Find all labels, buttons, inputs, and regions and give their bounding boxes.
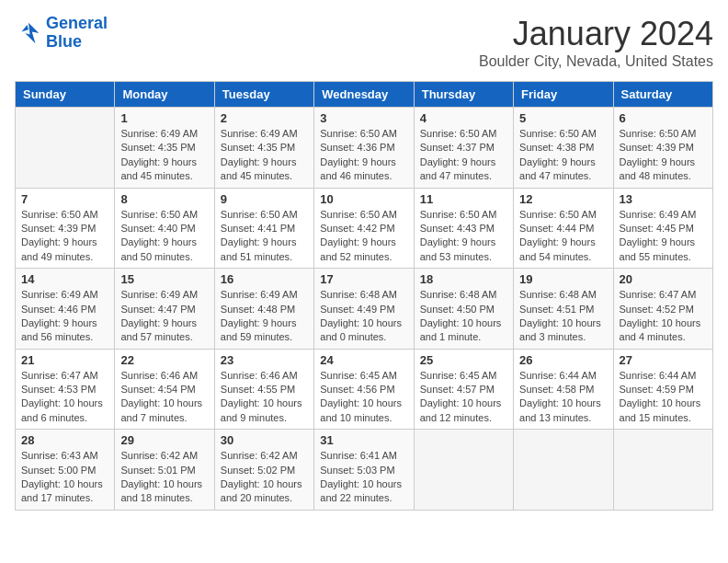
day-info: Sunrise: 6:48 AM Sunset: 4:49 PM Dayligh… bbox=[320, 288, 407, 345]
day-number: 31 bbox=[320, 433, 407, 447]
svg-marker-1 bbox=[22, 25, 29, 32]
day-info: Sunrise: 6:49 AM Sunset: 4:35 PM Dayligh… bbox=[120, 127, 208, 184]
day-of-week-header: Wednesday bbox=[314, 82, 414, 108]
day-number: 25 bbox=[420, 353, 507, 367]
day-number: 14 bbox=[21, 272, 108, 286]
day-info: Sunrise: 6:50 AM Sunset: 4:42 PM Dayligh… bbox=[320, 208, 407, 265]
day-info: Sunrise: 6:50 AM Sunset: 4:44 PM Dayligh… bbox=[519, 208, 607, 265]
day-info: Sunrise: 6:46 AM Sunset: 4:55 PM Dayligh… bbox=[221, 369, 308, 426]
calendar-cell: 25Sunrise: 6:45 AM Sunset: 4:57 PM Dayli… bbox=[414, 349, 513, 430]
day-info: Sunrise: 6:42 AM Sunset: 5:02 PM Dayligh… bbox=[221, 449, 308, 506]
calendar-cell bbox=[16, 108, 115, 189]
calendar-subtitle: Boulder City, Nevada, United States bbox=[479, 53, 713, 70]
day-number: 29 bbox=[120, 433, 208, 447]
day-number: 16 bbox=[221, 272, 308, 286]
calendar-cell: 10Sunrise: 6:50 AM Sunset: 4:42 PM Dayli… bbox=[314, 188, 414, 269]
day-number: 28 bbox=[21, 433, 108, 447]
day-number: 24 bbox=[320, 353, 407, 367]
calendar-week-row: 21Sunrise: 6:47 AM Sunset: 4:53 PM Dayli… bbox=[16, 349, 713, 430]
day-number: 5 bbox=[519, 111, 607, 125]
calendar-cell: 20Sunrise: 6:47 AM Sunset: 4:52 PM Dayli… bbox=[613, 269, 712, 350]
day-number: 3 bbox=[320, 111, 407, 125]
day-number: 15 bbox=[120, 272, 208, 286]
calendar-week-row: 7Sunrise: 6:50 AM Sunset: 4:39 PM Daylig… bbox=[16, 188, 713, 269]
calendar-cell: 28Sunrise: 6:43 AM Sunset: 5:00 PM Dayli… bbox=[16, 430, 115, 511]
day-number: 8 bbox=[120, 192, 208, 206]
day-info: Sunrise: 6:49 AM Sunset: 4:46 PM Dayligh… bbox=[21, 288, 108, 345]
calendar-cell: 27Sunrise: 6:44 AM Sunset: 4:59 PM Dayli… bbox=[613, 349, 712, 430]
calendar-cell: 21Sunrise: 6:47 AM Sunset: 4:53 PM Dayli… bbox=[16, 349, 115, 430]
day-info: Sunrise: 6:50 AM Sunset: 4:41 PM Dayligh… bbox=[221, 208, 308, 265]
title-area: January 2024 Boulder City, Nevada, Unite… bbox=[479, 15, 713, 70]
day-number: 1 bbox=[120, 111, 208, 125]
day-info: Sunrise: 6:41 AM Sunset: 5:03 PM Dayligh… bbox=[320, 449, 407, 506]
calendar-cell: 1Sunrise: 6:49 AM Sunset: 4:35 PM Daylig… bbox=[115, 108, 214, 189]
calendar-cell: 7Sunrise: 6:50 AM Sunset: 4:39 PM Daylig… bbox=[16, 188, 115, 269]
day-info: Sunrise: 6:49 AM Sunset: 4:45 PM Dayligh… bbox=[620, 208, 707, 265]
day-number: 7 bbox=[21, 192, 108, 206]
calendar-cell: 18Sunrise: 6:48 AM Sunset: 4:50 PM Dayli… bbox=[414, 269, 513, 350]
day-info: Sunrise: 6:50 AM Sunset: 4:36 PM Dayligh… bbox=[320, 127, 407, 184]
calendar-cell: 4Sunrise: 6:50 AM Sunset: 4:37 PM Daylig… bbox=[414, 108, 513, 189]
day-of-week-header: Monday bbox=[115, 82, 214, 108]
day-number: 9 bbox=[221, 192, 308, 206]
calendar-body: 1Sunrise: 6:49 AM Sunset: 4:35 PM Daylig… bbox=[16, 108, 713, 511]
calendar-cell: 6Sunrise: 6:50 AM Sunset: 4:39 PM Daylig… bbox=[613, 108, 712, 189]
day-number: 17 bbox=[320, 272, 407, 286]
calendar-week-row: 1Sunrise: 6:49 AM Sunset: 4:35 PM Daylig… bbox=[16, 108, 713, 189]
calendar-cell bbox=[613, 430, 712, 511]
day-info: Sunrise: 6:47 AM Sunset: 4:52 PM Dayligh… bbox=[620, 288, 707, 345]
calendar-cell: 29Sunrise: 6:42 AM Sunset: 5:01 PM Dayli… bbox=[115, 430, 214, 511]
day-number: 18 bbox=[420, 272, 507, 286]
day-info: Sunrise: 6:45 AM Sunset: 4:57 PM Dayligh… bbox=[420, 369, 507, 426]
day-number: 30 bbox=[221, 433, 308, 447]
day-info: Sunrise: 6:44 AM Sunset: 4:59 PM Dayligh… bbox=[620, 369, 707, 426]
day-info: Sunrise: 6:50 AM Sunset: 4:40 PM Dayligh… bbox=[120, 208, 208, 265]
logo-icon bbox=[15, 19, 42, 47]
day-info: Sunrise: 6:49 AM Sunset: 4:47 PM Dayligh… bbox=[120, 288, 208, 345]
day-number: 10 bbox=[320, 192, 407, 206]
day-number: 22 bbox=[120, 353, 208, 367]
day-info: Sunrise: 6:50 AM Sunset: 4:39 PM Dayligh… bbox=[21, 208, 108, 265]
calendar-cell bbox=[414, 430, 513, 511]
day-number: 6 bbox=[620, 111, 707, 125]
day-of-week-header: Sunday bbox=[16, 82, 115, 108]
calendar-cell: 9Sunrise: 6:50 AM Sunset: 4:41 PM Daylig… bbox=[214, 188, 313, 269]
day-info: Sunrise: 6:44 AM Sunset: 4:58 PM Dayligh… bbox=[519, 369, 607, 426]
calendar-cell: 12Sunrise: 6:50 AM Sunset: 4:44 PM Dayli… bbox=[514, 188, 613, 269]
calendar-cell: 24Sunrise: 6:45 AM Sunset: 4:56 PM Dayli… bbox=[314, 349, 414, 430]
calendar-title: January 2024 bbox=[479, 15, 713, 53]
day-number: 27 bbox=[620, 353, 707, 367]
calendar-cell: 26Sunrise: 6:44 AM Sunset: 4:58 PM Dayli… bbox=[514, 349, 613, 430]
day-of-week-header: Tuesday bbox=[214, 82, 313, 108]
day-number: 19 bbox=[519, 272, 607, 286]
calendar-cell: 11Sunrise: 6:50 AM Sunset: 4:43 PM Dayli… bbox=[414, 188, 513, 269]
calendar-cell: 15Sunrise: 6:49 AM Sunset: 4:47 PM Dayli… bbox=[115, 269, 214, 350]
calendar-cell: 2Sunrise: 6:49 AM Sunset: 4:35 PM Daylig… bbox=[214, 108, 313, 189]
day-info: Sunrise: 6:42 AM Sunset: 5:01 PM Dayligh… bbox=[120, 449, 208, 506]
day-number: 2 bbox=[221, 111, 308, 125]
calendar-cell: 23Sunrise: 6:46 AM Sunset: 4:55 PM Dayli… bbox=[214, 349, 313, 430]
logo: General Blue bbox=[15, 15, 108, 52]
day-info: Sunrise: 6:49 AM Sunset: 4:35 PM Dayligh… bbox=[221, 127, 308, 184]
calendar-cell: 3Sunrise: 6:50 AM Sunset: 4:36 PM Daylig… bbox=[314, 108, 414, 189]
calendar-cell bbox=[514, 430, 613, 511]
day-info: Sunrise: 6:45 AM Sunset: 4:56 PM Dayligh… bbox=[320, 369, 407, 426]
day-info: Sunrise: 6:46 AM Sunset: 4:54 PM Dayligh… bbox=[120, 369, 208, 426]
day-info: Sunrise: 6:47 AM Sunset: 4:53 PM Dayligh… bbox=[21, 369, 108, 426]
day-info: Sunrise: 6:50 AM Sunset: 4:43 PM Dayligh… bbox=[420, 208, 507, 265]
logo-text: General Blue bbox=[46, 15, 108, 52]
day-of-week-header: Saturday bbox=[613, 82, 712, 108]
page-header: General Blue January 2024 Boulder City, … bbox=[15, 15, 713, 70]
calendar-cell: 13Sunrise: 6:49 AM Sunset: 4:45 PM Dayli… bbox=[613, 188, 712, 269]
day-number: 20 bbox=[620, 272, 707, 286]
calendar-cell: 19Sunrise: 6:48 AM Sunset: 4:51 PM Dayli… bbox=[514, 269, 613, 350]
calendar-cell: 30Sunrise: 6:42 AM Sunset: 5:02 PM Dayli… bbox=[214, 430, 313, 511]
calendar-cell: 16Sunrise: 6:49 AM Sunset: 4:48 PM Dayli… bbox=[214, 269, 313, 350]
day-number: 21 bbox=[21, 353, 108, 367]
day-number: 13 bbox=[620, 192, 707, 206]
day-of-week-header: Friday bbox=[514, 82, 613, 108]
day-number: 11 bbox=[420, 192, 507, 206]
day-info: Sunrise: 6:50 AM Sunset: 4:37 PM Dayligh… bbox=[420, 127, 507, 184]
day-info: Sunrise: 6:50 AM Sunset: 4:38 PM Dayligh… bbox=[519, 127, 607, 184]
